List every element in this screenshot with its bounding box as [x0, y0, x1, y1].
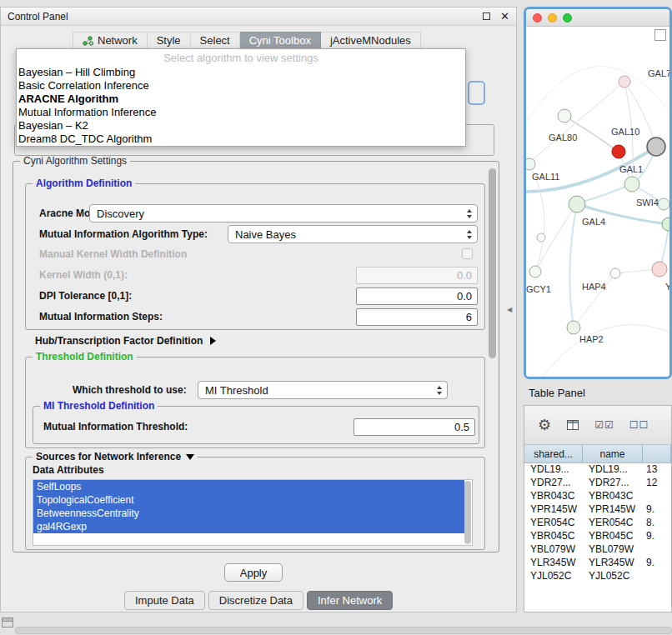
- column-header-extra[interactable]: [643, 445, 671, 462]
- hub-definition-toggle[interactable]: Hub/Transcription Factor Definition: [35, 335, 216, 347]
- window-controls: ✕: [483, 11, 509, 22]
- control-panel-titlebar: Control Panel ✕: [1, 8, 516, 26]
- table-row[interactable]: YBL079WYBL079W: [524, 543, 671, 557]
- kernel-width-label: Kernel Width (0,1):: [39, 269, 128, 281]
- attribute-list: SelfLoopsTopologicalCoefficientBetweenne…: [33, 479, 473, 546]
- table-row[interactable]: YPR145WYPR145W9.: [524, 503, 671, 517]
- algorithm-option[interactable]: ARACNE Algorithm: [17, 92, 465, 106]
- minimize-traffic-light[interactable]: [548, 13, 557, 22]
- table-row[interactable]: YLR345WYLR345W9.: [524, 557, 671, 570]
- table-cell: YJL052C: [524, 570, 583, 583]
- expand-right-icon: [210, 337, 216, 345]
- graph-node[interactable]: [658, 198, 669, 210]
- table-cell: 13: [643, 463, 671, 477]
- mi-steps-input[interactable]: [356, 308, 478, 326]
- mi-type-label: Mutual Information Algorithm Type:: [39, 228, 208, 240]
- table-row[interactable]: YJL052CYJL052C: [524, 570, 671, 583]
- attribute-list-item[interactable]: gal4RGexp: [33, 520, 464, 533]
- settings-scrollbar-thumb[interactable]: [489, 168, 496, 358]
- table-row[interactable]: YDL19...YDL19...13: [524, 463, 671, 477]
- table-row[interactable]: YBR043CYBR043C: [524, 490, 671, 503]
- manual-kernel-checkbox[interactable]: [462, 248, 473, 259]
- table-cell: YER054C: [524, 517, 583, 530]
- graph-node[interactable]: [526, 158, 535, 170]
- graph-node[interactable]: [569, 196, 585, 212]
- algorithm-option[interactable]: Bayesian – Hill Climbing: [17, 66, 465, 79]
- graph-edge: [569, 204, 577, 328]
- graph-node-label: SWI4: [636, 198, 659, 208]
- dpi-tolerance-label: DPI Tolerance [0,1]:: [39, 290, 132, 302]
- table-cell: YPR145W: [524, 503, 583, 517]
- dpi-tolerance-input[interactable]: [356, 288, 478, 305]
- network-canvas[interactable]: GAL7GAL80GAL10GAL1SWI4GAL11GAL4GCY1HAP4Y…: [526, 27, 669, 378]
- group-title: Sources for Network Inference: [33, 451, 198, 462]
- graph-node[interactable]: [529, 266, 541, 278]
- tab-label: Network: [98, 34, 138, 47]
- kernel-width-input: [356, 267, 478, 284]
- graph-node[interactable]: [662, 218, 669, 231]
- close-icon[interactable]: ✕: [500, 11, 509, 22]
- graph-node[interactable]: [610, 268, 620, 278]
- focused-spinner-fragment[interactable]: [468, 81, 485, 105]
- mi-threshold-input[interactable]: [354, 418, 475, 436]
- table-cell: YBR045C: [524, 530, 583, 543]
- graph-node-label: GCY1: [526, 284, 551, 294]
- desktop: Control Panel ✕ Network Style Select Cyn…: [0, 0, 672, 635]
- table-row[interactable]: YER054CYER054C8.: [524, 517, 671, 530]
- close-traffic-light[interactable]: [533, 13, 542, 22]
- table-row[interactable]: YDR27...YDR27...12: [524, 477, 671, 490]
- minimized-window-icon[interactable]: [2, 618, 13, 628]
- graph-node[interactable]: [612, 145, 625, 158]
- manual-kernel-label: Manual Kernel Width Definition: [39, 248, 187, 260]
- mi-algorithm-type-select[interactable]: Naive Bayes: [228, 225, 478, 243]
- algorithm-dropdown-popup: Select algorithm to view settings Bayesi…: [16, 48, 466, 147]
- attribute-list-item[interactable]: TopologicalCoefficient: [33, 493, 464, 507]
- attribute-list-item[interactable]: BetweennessCentrality: [33, 507, 464, 520]
- tab-select[interactable]: Select: [191, 32, 240, 49]
- tab-network[interactable]: Network: [73, 32, 148, 49]
- tab-style[interactable]: Style: [148, 32, 191, 49]
- table-row[interactable]: YBR045CYBR045C9.: [524, 530, 671, 543]
- apply-button[interactable]: Apply: [224, 563, 283, 582]
- graph-node[interactable]: [567, 321, 580, 334]
- tab-infer-network[interactable]: Infer Network: [307, 591, 393, 610]
- graph-edge: [530, 82, 624, 162]
- table-cell: YDR27...: [524, 477, 583, 490]
- graph-node[interactable]: [619, 76, 630, 88]
- algorithm-option[interactable]: Basic Correlation Inference: [17, 79, 465, 92]
- attribute-list-item[interactable]: SelfLoops: [33, 480, 464, 493]
- tab-cyni-toolbox[interactable]: Cyni Toolbox: [240, 32, 321, 49]
- table-cell: 9.: [643, 503, 671, 517]
- column-chooser-icon[interactable]: [566, 418, 579, 432]
- tab-impute-data[interactable]: Impute Data: [124, 591, 205, 610]
- graph-node-label: GAL80: [549, 132, 577, 142]
- panel-collapse-icon[interactable]: ◀: [507, 306, 512, 313]
- collapse-down-icon[interactable]: [186, 454, 194, 460]
- bottom-scrollbar[interactable]: [15, 627, 672, 634]
- group-title: Algorithm Definition: [33, 178, 135, 189]
- column-header-name[interactable]: name: [583, 445, 643, 462]
- algorithm-list: Bayesian – Hill ClimbingBasic Correlatio…: [17, 66, 465, 146]
- aracne-mode-select[interactable]: Discovery: [89, 204, 478, 222]
- algorithm-option[interactable]: Mutual Information Inference: [17, 106, 465, 119]
- birdseye-toggle[interactable]: [654, 29, 666, 41]
- stepper-arrows-icon: [467, 230, 472, 239]
- float-window-icon[interactable]: [483, 12, 490, 20]
- settings-gear-icon[interactable]: ⚙: [538, 418, 551, 432]
- graph-node[interactable]: [624, 177, 639, 192]
- graph-node[interactable]: [652, 262, 667, 277]
- select-all-icon[interactable]: ☑☑: [594, 419, 614, 431]
- tab-jactivemodules[interactable]: jActiveMNodules: [321, 32, 421, 49]
- which-threshold-select[interactable]: MI Threshold: [198, 381, 448, 399]
- deselect-all-icon[interactable]: ☐☐: [629, 419, 649, 431]
- network-canvas-area[interactable]: GAL7GAL80GAL10GAL1SWI4GAL11GAL4GCY1HAP4Y…: [526, 27, 669, 377]
- tab-discretize-data[interactable]: Discretize Data: [208, 591, 303, 610]
- list-scrollbar-thumb[interactable]: [464, 481, 471, 544]
- graph-node[interactable]: [558, 109, 571, 122]
- zoom-traffic-light[interactable]: [563, 13, 572, 22]
- graph-node[interactable]: [537, 233, 545, 242]
- graph-node[interactable]: [647, 138, 665, 156]
- algorithm-option[interactable]: Bayesian – K2: [17, 119, 465, 132]
- algorithm-option[interactable]: Dream8 DC_TDC Algorithm: [17, 132, 465, 146]
- column-header-shared-name[interactable]: shared...: [524, 445, 583, 462]
